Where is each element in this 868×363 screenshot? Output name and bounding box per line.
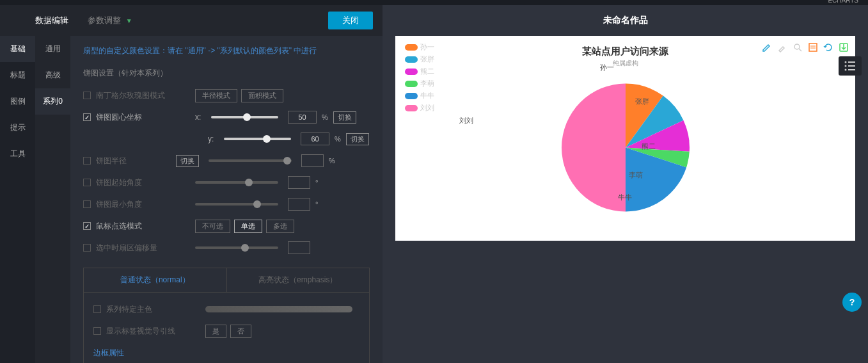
btn-radius-mode[interactable]: 半径模式: [195, 89, 237, 102]
settings-panel: 数据编辑 参数调整 ▼ 关闭 基础 标题 图例 提示 工具 通用 高级 系列0 …: [0, 5, 383, 363]
slider-min-angle[interactable]: [195, 203, 278, 206]
help-button[interactable]: ?: [842, 293, 862, 312]
tab-title[interactable]: 标题: [0, 62, 35, 88]
edit-icon[interactable]: [762, 42, 772, 52]
legend-item[interactable]: 刘刘: [405, 103, 434, 113]
legend-item[interactable]: 熊二: [405, 67, 434, 76]
label-min-angle: 饼图最小角度: [96, 199, 195, 210]
pie-slice-label: 孙一: [600, 63, 614, 72]
slider-offset[interactable]: [195, 246, 278, 249]
svg-point-10: [845, 69, 847, 71]
label-radius: 饼图半径: [96, 156, 176, 166]
pie-slice-label: 刘刘: [459, 116, 473, 125]
settings-scroll-area[interactable]: 扇型的自定义颜色设置：请在 "通用" -> "系列默认的颜色列表" 中进行 饼图…: [70, 36, 383, 363]
list-icon[interactable]: [808, 42, 818, 52]
toggle-radius[interactable]: 切换: [176, 155, 199, 167]
checkbox-rose[interactable]: [83, 92, 91, 99]
checkbox-show-guide[interactable]: [93, 327, 101, 335]
tab-data-edit[interactable]: 数据编辑: [35, 15, 68, 26]
state-tab-content: 系列特定主色 显示标签视觉导引线 是 否 边框属性: [83, 293, 370, 363]
checkbox-center[interactable]: [83, 113, 91, 121]
legend-item[interactable]: 孙一: [405, 42, 434, 52]
tab-param-adjust[interactable]: 参数调整 ▼: [88, 15, 132, 26]
unit-percent-y: %: [335, 135, 341, 143]
legend-label: 孙一: [420, 42, 434, 52]
row-border-props: 边框属性: [93, 346, 359, 360]
input-x[interactable]: [288, 111, 317, 124]
legend-item[interactable]: 牛牛: [405, 91, 434, 101]
pie-slice[interactable]: [562, 84, 626, 212]
panel-body: 基础 标题 图例 提示 工具 通用 高级 系列0 扇型的自定义颜色设置：请在 "…: [0, 36, 383, 363]
tab-legend[interactable]: 图例: [0, 88, 35, 115]
input-y[interactable]: [301, 133, 329, 145]
input-radius[interactable]: [301, 154, 324, 167]
input-start-angle[interactable]: [288, 176, 310, 189]
btn-no[interactable]: 否: [230, 325, 251, 338]
row-center-y: y: % 切换: [83, 132, 370, 146]
slider-x[interactable]: [211, 116, 278, 118]
btn-single-select[interactable]: 单选: [234, 220, 262, 233]
subtab-common[interactable]: 通用: [35, 36, 70, 62]
legend-swatch: [405, 105, 418, 111]
checkbox-radius[interactable]: [83, 157, 91, 165]
checkbox-offset[interactable]: [83, 244, 91, 252]
btn-multi-select[interactable]: 多选: [266, 220, 294, 233]
tab-emphasis-state[interactable]: 高亮状态（emphasis）: [227, 268, 370, 292]
subtab-advanced[interactable]: 高级: [35, 62, 70, 88]
row-rose-mode: 南丁格尔玫瑰图模式 半径模式 面积模式: [83, 88, 370, 102]
save-icon[interactable]: [839, 42, 849, 52]
toggle-y[interactable]: 切换: [346, 133, 369, 145]
label-start-angle: 饼图起始角度: [96, 177, 195, 188]
btn-area-mode[interactable]: 面积模式: [241, 89, 283, 102]
panel-header: 数据编辑 参数调整 ▼ 关闭: [0, 5, 383, 36]
brand-echarts: ECHARTS: [828, 0, 858, 4]
search-icon[interactable]: [793, 42, 803, 52]
label-y: y:: [208, 134, 217, 143]
input-offset[interactable]: [288, 241, 310, 254]
tab-normal-state[interactable]: 普通状态（normal）: [84, 268, 227, 292]
legend-label: 熊二: [420, 67, 434, 76]
brush-icon[interactable]: [777, 42, 787, 52]
chart-legend: 孙一张胖熊二李萌牛牛刘刘: [405, 42, 434, 115]
legend-label: 牛牛: [420, 91, 434, 101]
input-min-angle[interactable]: [288, 198, 310, 211]
slider-start-angle[interactable]: [195, 181, 278, 184]
main-layout: 数据编辑 参数调整 ▼ 关闭 基础 标题 图例 提示 工具 通用 高级 系列0 …: [0, 5, 868, 363]
sub-tab-column: 通用 高级 系列0: [35, 36, 70, 363]
label-series-color: 系列特定主色: [106, 304, 205, 315]
slider-radius[interactable]: [209, 159, 292, 162]
row-offset: 选中时扇区偏移量: [83, 241, 370, 255]
chart-toolbar: [762, 42, 849, 52]
color-gradient-bar[interactable]: [205, 306, 352, 312]
legend-item[interactable]: 张胖: [405, 54, 434, 64]
slider-y[interactable]: [224, 138, 291, 140]
close-button[interactable]: 关闭: [328, 12, 373, 29]
refresh-icon[interactable]: [823, 42, 833, 52]
checkbox-select-mode[interactable]: [83, 222, 91, 230]
svg-point-8: [845, 65, 847, 67]
link-border-props[interactable]: 边框属性: [93, 348, 124, 359]
side-menu-button[interactable]: [839, 56, 862, 76]
pie-slice-label: 张胖: [635, 97, 649, 106]
row-start-angle: 饼图起始角度 °: [83, 175, 370, 190]
legend-swatch: [405, 81, 418, 87]
label-offset: 选中时扇区偏移量: [96, 243, 195, 254]
tab-toolbox[interactable]: 工具: [0, 141, 35, 167]
label-center: 饼图圆心坐标: [96, 112, 195, 123]
svg-point-0: [794, 44, 800, 49]
subtab-series0[interactable]: 系列0: [35, 88, 70, 115]
tab-tooltip[interactable]: 提示: [0, 115, 35, 141]
btn-not-selectable[interactable]: 不可选: [195, 220, 230, 233]
svg-line-1: [799, 49, 801, 51]
checkbox-min-angle[interactable]: [83, 200, 91, 208]
checkbox-start-angle[interactable]: [83, 179, 91, 186]
tab-basic[interactable]: 基础: [0, 36, 35, 62]
toggle-x[interactable]: 切换: [333, 111, 356, 124]
checkbox-series-color[interactable]: [93, 305, 101, 313]
legend-swatch: [405, 69, 418, 75]
legend-label: 李萌: [420, 79, 434, 88]
btn-yes[interactable]: 是: [205, 325, 226, 338]
svg-rect-2: [809, 44, 817, 51]
legend-item[interactable]: 李萌: [405, 79, 434, 88]
unit-percent-r: %: [329, 157, 335, 165]
